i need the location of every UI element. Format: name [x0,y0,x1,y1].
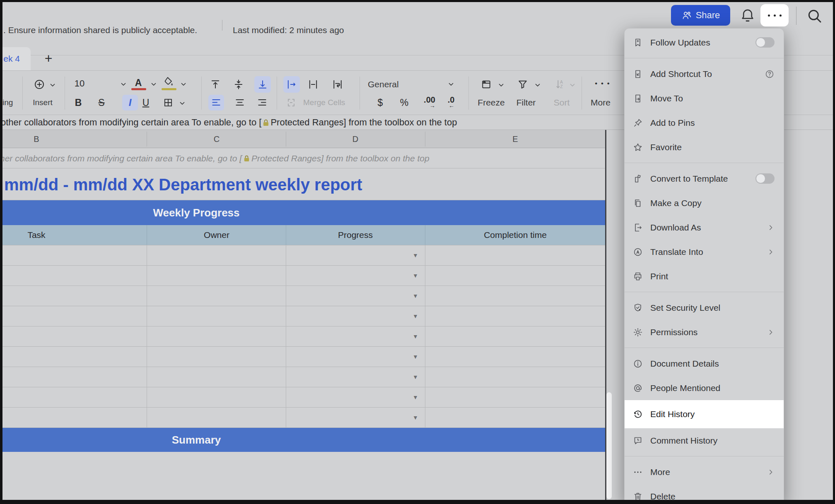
table-header-cell[interactable]: Owner [204,230,229,240]
menu-item-set-security-level[interactable]: Set Security Level [625,295,784,320]
menu-item-make-a-copy[interactable]: Make a Copy [625,191,784,215]
table-header-cell[interactable]: Progress [338,230,373,240]
font-size-chevron-icon[interactable] [121,83,126,86]
progress-dropdown-icon[interactable]: ▼ [413,333,418,340]
sheet-tab-active[interactable]: ek 4 [0,47,31,70]
column-letter-D[interactable]: D [352,134,358,144]
decimal-decrease-button[interactable]: .0← [448,95,455,109]
progress-dropdown-icon[interactable]: ▼ [413,313,418,319]
text-overflow-button-active[interactable] [283,76,300,93]
more-options-button[interactable] [760,4,789,26]
toolbar-more-dots-icon[interactable]: • • • [595,79,610,88]
table-row[interactable]: ▼ [0,306,605,326]
menu-item-more[interactable]: More [625,460,784,484]
summary-section-row[interactable]: Summary [0,428,605,452]
menu-item-document-details[interactable]: Document Details [625,351,784,376]
valign-top-icon[interactable] [210,79,221,90]
vertical-scrollbar[interactable] [606,392,612,499]
progress-dropdown-icon[interactable]: ▼ [413,293,418,299]
fill-color-chevron-icon[interactable] [181,83,186,86]
borders-chevron-icon[interactable] [180,102,185,105]
column-letter-C[interactable]: C [214,134,220,144]
progress-dropdown-icon[interactable]: ▼ [413,394,418,401]
progress-dropdown-icon[interactable]: ▼ [413,272,418,279]
column-letter-B[interactable]: B [34,134,39,144]
halign-center-icon[interactable] [234,97,245,108]
table-row[interactable]: ▼ [0,367,605,387]
table-row[interactable]: ▼ [0,347,605,367]
table-header-row[interactable]: TaskOwnerProgressCompletion time [0,225,605,245]
progress-dropdown-icon[interactable]: ▼ [413,374,418,380]
strikethrough-button[interactable]: S [98,97,104,108]
menu-item-convert-to-template[interactable]: Convert to Template [625,166,784,191]
menu-item-download-as[interactable]: Download As [625,215,784,240]
permissions-chevron-icon[interactable] [767,329,775,336]
underline-button[interactable]: U [142,97,150,108]
font-size-value[interactable]: 10 [75,78,84,89]
table-row[interactable]: ▼ [0,286,605,306]
menu-item-comment-history[interactable]: Comment History [625,428,784,453]
translate-into-chevron-icon[interactable] [767,248,775,256]
menu-item-print[interactable]: Print [625,264,784,288]
add-shortcut-to-help-icon[interactable] [765,69,775,79]
protected-ranges-notice-row[interactable]: her collaborators from modifying certain… [0,148,605,168]
filter-icon[interactable] [517,79,529,90]
table-header-cell[interactable]: Completion time [484,230,547,240]
follow-updates-toggle[interactable] [755,37,775,48]
halign-right-icon[interactable] [257,97,268,108]
text-clip-icon[interactable] [307,79,319,90]
menu-item-favorite[interactable]: Favorite [625,135,784,159]
menu-item-follow-updates[interactable]: Follow Updates [625,30,784,55]
percent-format-button[interactable]: % [400,97,408,108]
menu-item-translate-into[interactable]: Translate Into [625,240,784,264]
menu-item-add-to-pins[interactable]: Add to Pins [625,110,784,135]
table-row[interactable]: ▼ [0,266,605,286]
insert-chevron-icon[interactable] [50,84,55,87]
convert-to-template-toggle[interactable] [755,173,775,184]
decimal-increase-button[interactable]: .00→ [424,95,435,109]
valign-middle-icon[interactable] [233,79,244,90]
add-sheet-button[interactable]: + [45,51,53,66]
report-title-row[interactable]: mm/dd - mm/dd XX Department weekly repor… [0,168,605,200]
halign-left-button-active[interactable] [208,95,224,110]
font-color-chevron-icon[interactable] [151,83,156,86]
freeze-icon[interactable] [480,79,492,90]
weekly-progress-section-row[interactable]: Weekly Progress [0,200,605,225]
report-title: mm/dd - mm/dd XX Department weekly repor… [4,175,362,194]
table-header-cell[interactable]: Task [27,230,45,240]
number-format-chevron-icon[interactable] [449,83,454,86]
table-row[interactable]: ▼ [0,326,605,347]
filter-chevron-icon[interactable] [535,84,540,87]
number-format-value[interactable]: General [368,79,399,89]
menu-item-people-mentioned[interactable]: People Mentioned [625,376,784,400]
search-icon[interactable] [806,7,823,24]
italic-button-active[interactable]: I [122,95,138,110]
menu-item-permissions[interactable]: Permissions [625,320,784,344]
menu-item-edit-history[interactable]: Edit History [625,400,784,428]
insert-icon[interactable] [34,79,45,90]
download-as-chevron-icon[interactable] [767,224,775,231]
more-chevron-icon[interactable] [767,468,775,476]
share-button[interactable]: Share [671,5,730,26]
text-wrap-icon[interactable] [332,79,343,90]
table-row[interactable]: ▼ [0,387,605,408]
borders-icon[interactable] [163,97,174,108]
notifications-bell-icon[interactable] [740,7,755,23]
valign-bottom-button-active[interactable] [254,76,271,93]
progress-dropdown-icon[interactable]: ▼ [413,414,418,421]
fill-color-icon[interactable] [163,76,174,87]
column-letter-E[interactable]: E [512,134,518,144]
table-row[interactable]: ▼ [0,408,605,428]
merge-cells-icon[interactable] [286,97,297,108]
progress-dropdown-icon[interactable]: ▼ [413,353,418,360]
progress-dropdown-icon[interactable]: ▼ [413,252,418,259]
menu-item-add-shortcut-to[interactable]: Add Shortcut To [625,62,784,86]
freeze-chevron-icon[interactable] [499,84,504,87]
menu-item-move-to[interactable]: Move To [625,86,784,110]
menu-item-label: Convert to Template [650,174,748,184]
currency-format-button[interactable]: $ [378,97,383,108]
table-row[interactable]: ▼ [0,245,605,266]
column-header-band: BCDE [0,130,606,148]
bold-button[interactable]: B [75,97,82,108]
font-color-button[interactable]: A [135,77,142,89]
